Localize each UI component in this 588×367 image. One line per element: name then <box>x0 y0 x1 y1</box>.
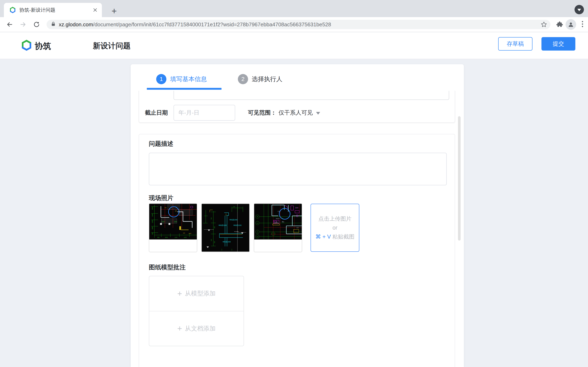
submit-button[interactable]: 提交 <box>541 37 575 50</box>
xiezhu-logo-favicon <box>9 7 16 13</box>
cad-dim-label: 400 <box>211 239 212 241</box>
paste-shortcut: ⌘ + V <box>315 234 331 240</box>
forward-icon[interactable] <box>20 21 26 28</box>
browser-tab-strip: 协筑-新设计问题 + <box>0 0 588 17</box>
plus-icon: + <box>177 324 182 333</box>
rebar-label: Φ8@100 <box>233 224 242 226</box>
annotation-add-box: + 从模型添加 + 从文档添加 <box>149 276 244 346</box>
form-scroll-area: 截止日期 可见范围： 仅干系人可见 问题描述 现场照片 <box>131 91 464 367</box>
detail-section: 问题描述 现场照片 <box>139 134 455 367</box>
step-1-badge: 1 <box>156 74 166 84</box>
upload-hint-line1: 点击上传图片 <box>319 214 352 223</box>
upload-hint-or: or <box>332 223 337 232</box>
xiezhu-logo <box>21 40 32 52</box>
form-card: 1 填写基本信息 2 选择执行人 截止日期 可见范围： 仅干系人可见 <box>131 64 464 367</box>
level-label: H-0.050 <box>234 231 239 232</box>
rebar-label: Φ6@200 <box>229 218 238 221</box>
add-from-model-button[interactable]: + 从模型添加 <box>149 276 243 311</box>
upload-hint-line2: ⌘ + V 粘贴截图 <box>315 232 355 241</box>
brand-name: 协筑 <box>35 40 51 52</box>
tab-step-1[interactable]: 1 填写基本信息 <box>156 74 207 84</box>
plus-icon: + <box>177 290 182 298</box>
cad-dim-label: 3000 <box>165 237 168 238</box>
reload-icon[interactable] <box>33 21 40 28</box>
cad-dim-label: 1100 <box>174 237 177 238</box>
cad-plan2-thumbnail: B 1/A A 1/M <box>254 204 302 240</box>
rebar-label: Φ6@200 <box>223 241 231 243</box>
tab-search-button[interactable] <box>575 5 584 14</box>
lock-icon <box>51 21 56 27</box>
room-label: C2416 <box>275 222 278 223</box>
cad-dim-label: 1800 <box>184 237 187 238</box>
visibility-label: 可见范围： <box>248 109 277 117</box>
step-tabs: 1 填写基本信息 2 选择执行人 <box>156 74 282 84</box>
app-header: 协筑 新设计问题 存草稿 提交 <box>0 32 588 59</box>
paste-suffix: 粘贴截图 <box>332 234 355 240</box>
cad-plan-thumbnail: 3000 1400 1200 1600 900 950 3000 1100 18… <box>149 204 197 240</box>
profile-avatar[interactable] <box>566 19 576 30</box>
photo-thumbnail-3[interactable]: B 1/A A 1/M <box>254 203 302 252</box>
room-label: M1823 <box>276 218 280 219</box>
cad-section-thumbnail: 100 700 600 400 300 <box>202 204 249 252</box>
page-background: 1 填写基本信息 2 选择执行人 截止日期 可见范围： 仅干系人可见 <box>0 59 588 367</box>
add-from-model-label: 从模型添加 <box>185 289 216 298</box>
url-path: /document/page/form/init/61cc7fd37715840… <box>93 21 331 27</box>
issue-title-input[interactable] <box>173 91 449 100</box>
add-from-document-label: 从文档添加 <box>185 324 216 333</box>
basic-info-section: 截止日期 可见范围： 仅干系人可见 <box>139 91 455 123</box>
deadline-date-input[interactable] <box>173 105 235 121</box>
plus-icon: + <box>112 6 117 16</box>
photo-list: 3000 1400 1200 1600 900 950 3000 1100 18… <box>149 203 359 252</box>
cad-dim-label: 1620 <box>189 233 191 234</box>
visibility-value: 仅干系人可见 <box>278 109 313 117</box>
url-bar[interactable]: xz.glodon.com/document/page/form/init/61… <box>47 20 550 29</box>
cad-dim-label: 100 <box>183 233 185 234</box>
photo-thumbnail-1[interactable]: 3000 1400 1200 1600 900 950 3000 1100 18… <box>149 203 197 252</box>
deadline-row: 截止日期 可见范围： 仅干系人可见 <box>139 105 455 121</box>
deadline-label: 截止日期 <box>145 109 173 117</box>
close-icon[interactable] <box>93 7 98 13</box>
cad-dim-label: 600 <box>214 226 215 228</box>
room-label: 阳台 <box>282 221 285 223</box>
description-label: 问题描述 <box>149 140 173 148</box>
cad-dim-label: 3000 <box>152 207 153 210</box>
cad-dim-label: 1600 <box>152 226 153 230</box>
tab-title: 协筑-新设计问题 <box>19 7 90 13</box>
step-2-badge: 2 <box>238 74 248 84</box>
photo-thumbnail-2[interactable]: 100 700 600 400 300 <box>201 203 250 252</box>
new-tab-button[interactable]: + <box>108 5 120 17</box>
add-from-document-button[interactable]: + 从文档添加 <box>149 311 243 346</box>
page-title: 新设计问题 <box>93 41 131 51</box>
rebar-label: Φ8@100 <box>219 224 227 226</box>
step-1-label: 填写基本信息 <box>170 75 207 83</box>
cad-dim-label: 1400 <box>152 214 153 217</box>
cad-dim-label: 950 <box>157 237 159 238</box>
annotation-label: 图纸模型批注 <box>149 263 186 272</box>
axis-label: A <box>257 231 258 233</box>
caret-down-icon <box>316 112 320 115</box>
chevron-down-icon <box>577 9 581 11</box>
browser-menu-icon[interactable] <box>582 21 584 27</box>
cad-dim-label: 800 <box>175 210 177 212</box>
person-icon <box>568 21 574 27</box>
cad-dim-label: 1200 <box>152 220 153 223</box>
tab-step-2[interactable]: 2 选择执行人 <box>238 74 282 84</box>
visibility-dropdown[interactable]: 可见范围： 仅干系人可见 <box>248 109 320 117</box>
url-host: xz.glodon.com <box>59 21 93 27</box>
room-label: 主卧 <box>296 227 299 228</box>
inner-scrollbar-thumb[interactable] <box>458 116 461 241</box>
browser-toolbar: xz.glodon.com/document/page/form/init/61… <box>0 17 588 32</box>
back-icon[interactable] <box>6 21 13 28</box>
cad-dim-label: 900 <box>152 233 153 235</box>
room-label: 厨房2 <box>295 207 298 208</box>
axis-label: 1/M <box>256 236 258 237</box>
cad-dim-label: 100 <box>233 206 235 207</box>
bookmark-star-icon[interactable] <box>541 21 547 29</box>
axis-label: 1/A <box>257 223 258 224</box>
photos-label: 现场照片 <box>149 194 173 202</box>
upload-photo-dropzone[interactable]: 点击上传图片 or ⌘ + V 粘贴截图 <box>311 204 359 252</box>
save-draft-button[interactable]: 存草稿 <box>498 37 532 50</box>
extensions-puzzle-icon[interactable] <box>556 21 563 28</box>
browser-tab[interactable]: 协筑-新设计问题 <box>4 3 102 17</box>
description-textarea[interactable] <box>149 153 447 185</box>
